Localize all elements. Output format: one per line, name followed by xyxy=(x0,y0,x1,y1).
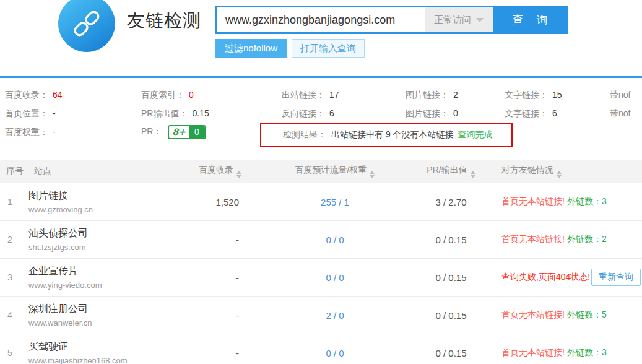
site-name-link[interactable]: 企业宣传片 xyxy=(28,265,184,278)
table-row: 4 深圳注册公司 www.wanweier.cn - 2 / 0 0 / 0.1… xyxy=(0,297,642,334)
traffic-link[interactable]: 0 / 0 xyxy=(326,272,344,283)
stat-label: 百度收录： xyxy=(5,90,48,100)
site-name-link[interactable]: 深圳注册公司 xyxy=(28,303,184,316)
stat-text-links-back: 文字链接：6 xyxy=(505,108,557,119)
col-header-baidu: 百度收录 xyxy=(184,165,251,178)
stat-label: PR输出值： xyxy=(141,108,188,118)
stat-label: 百度权重： xyxy=(5,127,48,137)
baidu-included-value: - xyxy=(184,272,251,283)
sort-icon[interactable] xyxy=(557,171,562,178)
access-mode-dropdown[interactable]: 正常访问 xyxy=(425,7,493,32)
traffic-link[interactable]: 2 / 0 xyxy=(326,310,344,321)
status-cell: 首页无本站链接!外链数：2 xyxy=(484,234,642,245)
traffic-cell: 2 / 0 xyxy=(251,310,419,321)
stat-image-links-back: 图片链接：0 xyxy=(406,108,458,119)
table-row: 2 汕头侦探公司 sht.fzsjztgs.com - 0 / 0 0 / 0.… xyxy=(0,221,642,259)
site-domain: www.wanweier.cn xyxy=(28,318,184,327)
stat-home-position: 首页位置：- xyxy=(5,108,56,119)
traffic-link[interactable]: 0 / 0 xyxy=(326,348,344,358)
sort-icon[interactable] xyxy=(236,171,241,178)
query-button[interactable]: 查 询 xyxy=(493,7,567,32)
baidu-included-value: - xyxy=(184,348,251,358)
row-number: 4 xyxy=(0,310,28,320)
stat-text-links-out: 文字链接：15 xyxy=(505,90,562,101)
status-cell: 首页无本站链接!外链数：3 xyxy=(484,196,642,207)
status-cell: 查询失败,页面404状态!重新查询 xyxy=(484,269,642,286)
traffic-cell: 255 / 1 xyxy=(251,197,419,207)
site-name-link[interactable]: 汕头侦探公司 xyxy=(28,227,184,240)
stat-label: 首页位置： xyxy=(5,108,48,118)
row-number: 2 xyxy=(0,235,28,245)
result-text: 出站链接中有 9 个没有本站链接 xyxy=(331,129,454,141)
site-domain: sht.fzsjztgs.com xyxy=(28,243,184,252)
table-header: 序号 站点 百度收录 百度预计流量/权重 PR/输出值 对方友链情况 xyxy=(0,160,642,183)
col-header-status: 对方友链情况 xyxy=(484,165,642,178)
page-title: 友链检测 xyxy=(127,9,201,33)
table-row: 1 图片链接 www.gzmoving.cn 1,520 255 / 1 3 /… xyxy=(0,183,642,221)
retry-query-button[interactable]: 重新查询 xyxy=(591,269,641,286)
open-input-query-button[interactable]: 打开输入查询 xyxy=(292,39,365,58)
stat-baidu-index: 百度索引：0 xyxy=(141,90,194,101)
traffic-cell: 0 / 0 xyxy=(251,348,419,358)
stat-label: 百度索引： xyxy=(141,90,184,100)
stat-label: 图片链接： xyxy=(406,90,449,100)
traffic-link[interactable]: 0 / 0 xyxy=(326,235,344,245)
stat-value: 15 xyxy=(552,90,562,100)
warn-text: 首页无本站链接! xyxy=(501,310,565,321)
table-row: 5 买驾驶证 www.maijiashizhen168.com - 0 / 0 … xyxy=(0,334,642,364)
stat-label: 图片链接： xyxy=(406,108,449,118)
col-header-traffic: 百度预计流量/权重 xyxy=(251,165,419,178)
col-header-label: PR/输出值 xyxy=(427,165,467,175)
stat-value: - xyxy=(53,127,56,137)
stat-nofollow-out: 带nof xyxy=(610,90,630,101)
site-domain: www.ying-viedo.com xyxy=(28,280,184,290)
pr-value: 3 / 2.70 xyxy=(419,197,484,207)
stat-value: 17 xyxy=(329,90,339,100)
site-cell: 企业宣传片 www.ying-viedo.com xyxy=(28,265,184,290)
stat-value: 0 xyxy=(189,90,194,100)
pr-value: 0 / 0.15 xyxy=(419,235,484,245)
row-number: 5 xyxy=(0,348,28,358)
warn-text: 首页无本站链接! xyxy=(501,234,565,245)
traffic-cell: 0 / 0 xyxy=(251,235,419,245)
stat-baidu-weight: 百度权重：- xyxy=(5,127,56,138)
detect-result-box: 检测结果： 出站链接中有 9 个没有本站链接 查询完成 xyxy=(260,123,513,147)
pr-badge-value: 0 xyxy=(189,126,205,138)
col-header-pr: PR/输出值 xyxy=(419,165,484,178)
col-header-num: 序号 xyxy=(0,166,28,177)
url-input[interactable] xyxy=(217,7,425,32)
baidu-included-value: - xyxy=(184,235,251,245)
stat-image-links-out: 图片链接：2 xyxy=(406,90,458,101)
stat-value: 64 xyxy=(53,90,63,100)
stat-backlinks: 反向链接：6 xyxy=(282,108,334,119)
site-name-link[interactable]: 图片链接 xyxy=(28,189,184,202)
site-name-link[interactable]: 买驾驶证 xyxy=(28,340,184,353)
pr-badge: 8+0 xyxy=(168,125,206,139)
stat-value: - xyxy=(53,108,56,118)
stats-panel: 百度收录：64 首页位置：- 百度权重：- 百度索引：0 PR输出值：0.15 … xyxy=(0,78,642,160)
stat-value: 6 xyxy=(329,108,334,118)
col-header-label: 百度收录 xyxy=(199,165,233,175)
status-cell: 首页无本站链接!外链数：5 xyxy=(484,310,642,321)
status-cell: 首页无本站链接!外链数：3 xyxy=(484,347,642,358)
outlink-count: 外链数：3 xyxy=(567,196,607,207)
stat-label: 文字链接： xyxy=(505,108,548,118)
traffic-link[interactable]: 255 / 1 xyxy=(321,197,349,207)
sub-buttons: 过滤nofollow 打开输入查询 xyxy=(215,39,365,58)
sort-icon[interactable] xyxy=(370,171,375,178)
filter-nofollow-button[interactable]: 过滤nofollow xyxy=(215,39,287,58)
stat-value: 2 xyxy=(453,90,458,100)
traffic-cell: 0 / 0 xyxy=(251,272,419,283)
site-cell: 图片链接 www.gzmoving.cn xyxy=(28,189,184,214)
col-header-site: 站点 xyxy=(28,166,184,177)
stat-value: 6 xyxy=(552,108,557,118)
col-header-label: 百度预计流量/权重 xyxy=(295,165,367,175)
sort-icon[interactable] xyxy=(471,171,475,178)
result-status[interactable]: 查询完成 xyxy=(458,129,493,141)
warn-text: 首页无本站链接! xyxy=(501,196,565,207)
chain-link-icon xyxy=(72,9,102,38)
site-cell: 深圳注册公司 www.wanweier.cn xyxy=(28,303,184,327)
stat-pr-output: PR输出值：0.15 xyxy=(141,108,209,119)
row-number: 3 xyxy=(0,272,28,282)
stat-label: PR： xyxy=(141,126,162,136)
